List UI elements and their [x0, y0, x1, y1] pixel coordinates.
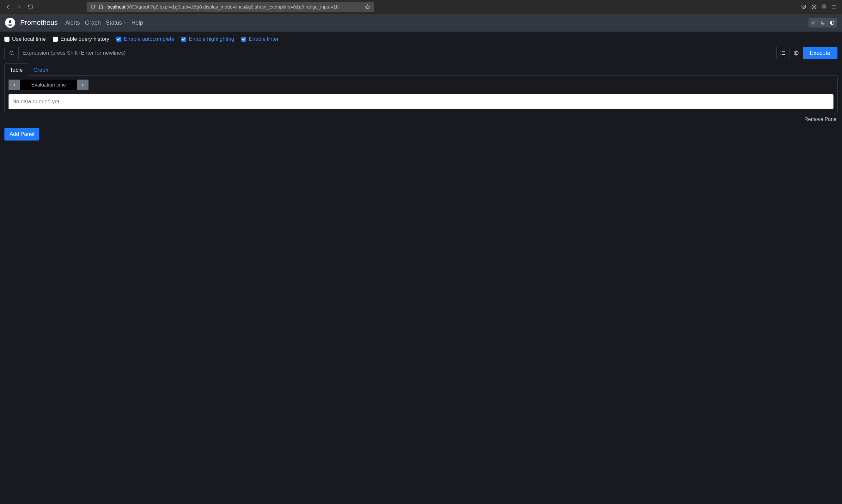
eval-time-label[interactable]: Evaluation time — [20, 79, 77, 90]
query-options: Use local time Enable query history Enab… — [4, 36, 838, 42]
url-text: localhost:9090/graph?g0.expr=&g0.tab=1&g… — [106, 4, 362, 10]
file-icon — [99, 4, 103, 9]
result-tabs: Table Graph — [4, 63, 838, 75]
brand-title[interactable]: Prometheus — [20, 19, 58, 27]
svg-line-14 — [814, 21, 814, 21]
metrics-explorer-button[interactable] — [5, 47, 19, 59]
bookmark-star-icon[interactable] — [365, 4, 371, 10]
svg-line-12 — [814, 24, 814, 24]
extensions-icon[interactable] — [819, 2, 829, 12]
globe-button[interactable] — [790, 47, 803, 59]
nav-graph[interactable]: Graph — [85, 20, 101, 26]
nav-status-label: Status — [106, 20, 122, 26]
eval-time-prev[interactable] — [8, 79, 20, 90]
expression-input[interactable] — [19, 47, 776, 59]
menu-icon[interactable] — [829, 2, 839, 12]
shield-icon — [90, 4, 96, 10]
nav-status[interactable]: Status — [106, 20, 126, 26]
result-message: No data queried yet — [8, 94, 834, 109]
svg-point-2 — [813, 6, 815, 7]
pocket-icon[interactable] — [799, 2, 808, 12]
svg-line-11 — [812, 21, 812, 21]
theme-dark-button[interactable] — [818, 18, 827, 28]
forward-button[interactable] — [15, 2, 24, 12]
theme-switcher — [808, 18, 837, 28]
enable-linter-label: Enable linter — [249, 36, 279, 42]
address-bar[interactable]: localhost:9090/graph?g0.expr=&g0.tab=1&g… — [87, 2, 374, 12]
svg-point-6 — [812, 22, 814, 23]
svg-line-17 — [13, 54, 14, 55]
account-icon[interactable] — [809, 2, 819, 12]
nav-help[interactable]: Help — [132, 20, 143, 26]
add-panel-button[interactable]: Add Panel — [4, 128, 39, 141]
nav-alerts[interactable]: Alerts — [65, 20, 80, 26]
prometheus-logo[interactable] — [5, 18, 15, 28]
enable-highlighting-label: Enable highlighting — [189, 36, 234, 42]
enable-linter-checkbox[interactable]: Enable linter — [241, 36, 279, 42]
enable-highlighting-checkbox[interactable]: Enable highlighting — [181, 36, 234, 42]
svg-marker-0 — [365, 4, 370, 9]
svg-point-16 — [10, 51, 13, 55]
enable-autocomplete-checkbox[interactable]: Enable autocomplete — [116, 36, 174, 42]
theme-auto-button[interactable] — [827, 18, 837, 28]
svg-line-13 — [812, 24, 812, 24]
enable-autocomplete-input[interactable] — [116, 37, 121, 42]
back-button[interactable] — [3, 2, 13, 12]
enable-linter-input[interactable] — [241, 37, 246, 42]
use-local-time-checkbox[interactable]: Use local time — [4, 36, 46, 42]
remove-panel-link[interactable]: Remove Panel — [4, 116, 838, 122]
enable-highlighting-input[interactable] — [181, 37, 186, 42]
use-local-time-label: Use local time — [12, 36, 46, 42]
execute-button[interactable]: Execute — [803, 47, 837, 59]
enable-query-history-input[interactable] — [53, 37, 58, 42]
app-navbar: Prometheus Alerts Graph Status Help — [0, 14, 842, 32]
eval-time-next[interactable] — [77, 79, 88, 90]
use-local-time-input[interactable] — [4, 37, 10, 42]
tab-table[interactable]: Table — [4, 64, 28, 76]
enable-query-history-label: Enable query history — [61, 36, 109, 42]
format-expr-button[interactable] — [776, 47, 790, 59]
browser-toolbar: localhost:9090/graph?g0.expr=&g0.tab=1&g… — [0, 0, 842, 14]
tab-graph[interactable]: Graph — [28, 64, 54, 76]
reload-button[interactable] — [26, 2, 35, 12]
theme-light-button[interactable] — [808, 18, 818, 28]
enable-query-history-checkbox[interactable]: Enable query history — [53, 36, 109, 42]
enable-autocomplete-label: Enable autocomplete — [124, 36, 174, 42]
expression-row: Execute — [4, 47, 838, 59]
evaluation-time-picker: Evaluation time — [8, 79, 88, 90]
chevron-down-icon — [123, 21, 126, 24]
table-panel: Evaluation time No data queried yet — [4, 75, 838, 113]
